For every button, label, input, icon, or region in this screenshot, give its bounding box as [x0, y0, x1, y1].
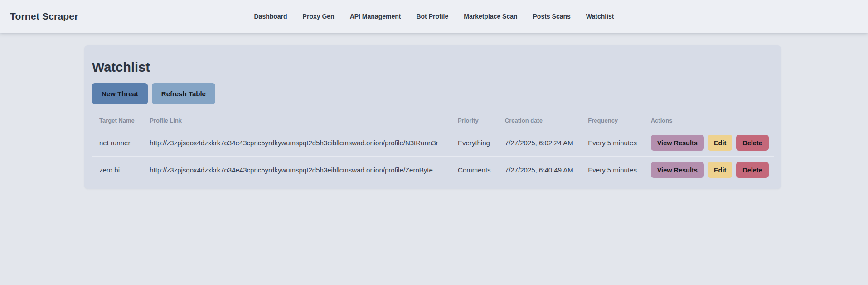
column-header-frequency: Frequency — [581, 104, 643, 129]
column-header-profile-link: Profile Link — [142, 104, 451, 129]
column-header-actions: Actions — [644, 104, 774, 129]
nav-item-dashboard[interactable]: Dashboard — [254, 13, 287, 20]
watchlist-table: Target Name Profile Link Priority Creati… — [92, 104, 774, 183]
view-results-button[interactable]: View Results — [651, 135, 704, 151]
cell-priority: Everything — [451, 129, 498, 157]
delete-button[interactable]: Delete — [736, 162, 769, 178]
cell-creation-date: 7/27/2025, 6:02:24 AM — [498, 129, 581, 157]
column-header-target-name: Target Name — [92, 104, 142, 129]
cell-frequency: Every 5 minutes — [581, 157, 643, 184]
cell-creation-date: 7/27/2025, 6:40:49 AM — [498, 157, 581, 184]
nav-item-proxy-gen[interactable]: Proxy Gen — [303, 13, 335, 20]
new-threat-button[interactable]: New Threat — [92, 83, 148, 104]
nav-item-watchlist[interactable]: Watchlist — [586, 13, 614, 20]
delete-button[interactable]: Delete — [736, 135, 769, 151]
edit-button[interactable]: Edit — [708, 162, 732, 178]
column-header-creation-date: Creation date — [498, 104, 581, 129]
toolbar: New Threat Refresh Table — [92, 83, 774, 104]
table-row: zero bi http://z3zpjsqox4dzxkrk7o34e43cp… — [92, 157, 774, 184]
cell-actions: View Results Edit Delete — [644, 129, 774, 157]
cell-priority: Comments — [451, 157, 498, 184]
cell-profile-link: http://z3zpjsqox4dzxkrk7o34e43cpnc5yrdky… — [142, 157, 451, 184]
main-nav: Dashboard Proxy Gen API Management Bot P… — [254, 13, 614, 20]
cell-frequency: Every 5 minutes — [581, 129, 643, 157]
refresh-table-button[interactable]: Refresh Table — [152, 83, 215, 104]
cell-target-name: net runner — [92, 129, 142, 157]
app-title: Tornet Scraper — [10, 11, 78, 22]
app-header: Tornet Scraper Dashboard Proxy Gen API M… — [0, 0, 868, 33]
nav-item-posts-scans[interactable]: Posts Scans — [533, 13, 571, 20]
cell-actions: View Results Edit Delete — [644, 157, 774, 184]
cell-profile-link: http://z3zpjsqox4dzxkrk7o34e43cpnc5yrdky… — [142, 129, 451, 157]
cell-target-name: zero bi — [92, 157, 142, 184]
edit-button[interactable]: Edit — [708, 135, 732, 151]
table-header-row: Target Name Profile Link Priority Creati… — [92, 104, 774, 129]
nav-item-bot-profile[interactable]: Bot Profile — [416, 13, 448, 20]
page-title: Watchlist — [92, 60, 774, 75]
view-results-button[interactable]: View Results — [651, 162, 704, 178]
column-header-priority: Priority — [451, 104, 498, 129]
watchlist-card: Watchlist New Threat Refresh Table Targe… — [84, 45, 781, 189]
nav-item-marketplace-scan[interactable]: Marketplace Scan — [464, 13, 517, 20]
table-row: net runner http://z3zpjsqox4dzxkrk7o34e4… — [92, 129, 774, 157]
nav-item-api-management[interactable]: API Management — [350, 13, 401, 20]
